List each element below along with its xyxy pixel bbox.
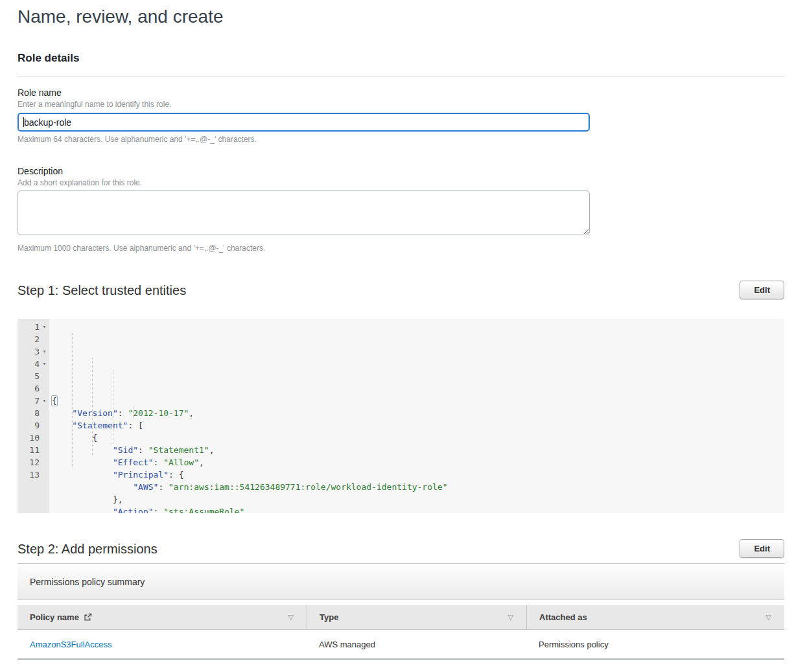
step2-heading: Step 2: Add permissions — [18, 541, 158, 557]
code-line: "Sid": "Statement1", — [52, 444, 784, 456]
line-number: 2 — [34, 333, 40, 345]
json-punctuation: : [ — [128, 421, 143, 430]
external-link-icon — [84, 613, 92, 623]
json-punctuation — [52, 458, 113, 467]
description-description: Add a short explanation for this role. — [18, 178, 784, 188]
code-line: }, — [52, 493, 784, 505]
role-name-input[interactable] — [18, 113, 590, 132]
fold-toggle-icon[interactable]: ▾ — [40, 358, 49, 370]
description-field-group: Description Add a short explanation for … — [18, 166, 784, 253]
permissions-summary-title: Permissions policy summary — [30, 577, 145, 587]
column-header-type[interactable]: Type ▽ — [307, 605, 526, 629]
json-punctuation: : — [138, 445, 148, 455]
editor-code[interactable]: { "Version": "2012-10-17", "Statement": … — [49, 319, 784, 513]
line-number: 1 — [34, 321, 40, 333]
line-number: 4 — [34, 358, 40, 370]
json-key: "Statement" — [72, 421, 128, 430]
code-line: "Version": "2012-10-17", — [52, 407, 784, 419]
gutter-line: 11 — [18, 444, 49, 456]
fold-toggle-icon[interactable]: ▾ — [40, 321, 49, 333]
step1-heading: Step 1: Select trusted entities — [18, 283, 186, 298]
json-string: "Statement1" — [148, 445, 209, 455]
step1-edit-button[interactable]: Edit — [740, 281, 784, 299]
line-number: 9 — [34, 419, 40, 432]
json-string: "sts:AssumeRole" — [163, 507, 244, 513]
json-string: "2012-10-17" — [128, 408, 189, 418]
role-name-constraint: Maximum 64 characters. Use alphanumeric … — [18, 135, 784, 145]
table-row: AmazonS3FullAccess AWS managed Permissio… — [18, 630, 784, 660]
json-punctuation: , — [209, 445, 215, 455]
json-punctuation: }, — [52, 494, 123, 504]
json-punctuation: : — [118, 408, 128, 418]
json-punctuation: : — [154, 507, 164, 513]
fold-toggle-icon[interactable]: ▾ — [40, 395, 49, 407]
code-line: "Principal": { — [52, 469, 784, 481]
line-number: 3 — [34, 345, 40, 358]
permissions-table: Policy name ▽ Type ▽ Attached as — [18, 605, 784, 660]
code-line: "Statement": [ — [52, 419, 784, 432]
step2-edit-button[interactable]: Edit — [740, 539, 784, 558]
code-line: "AWS": "arn:aws:iam::541263489771:role/w… — [52, 481, 784, 493]
column-header-policy-name[interactable]: Policy name ▽ — [18, 605, 307, 629]
gutter-line: 2 — [18, 333, 49, 345]
line-number: 12 — [29, 456, 40, 469]
role-name-description: Enter a meaningful name to identify this… — [18, 100, 784, 110]
editor-gutter: 1▾23▾4▾567▾8910111213 — [18, 319, 49, 513]
policy-link[interactable]: AmazonS3FullAccess — [30, 640, 111, 649]
gutter-line: 6 — [18, 382, 49, 395]
code-line: { — [52, 432, 784, 444]
filter-triangle-icon[interactable]: ▽ — [288, 613, 294, 621]
json-key: "Version" — [72, 408, 117, 418]
policy-type-cell: AWS managed — [307, 640, 526, 649]
json-punctuation — [52, 507, 113, 513]
gutter-line: 3▾ — [18, 345, 49, 358]
json-key: "Sid" — [113, 445, 138, 455]
json-punctuation: : — [158, 482, 169, 492]
policy-attached-cell: Permissions policy — [526, 640, 784, 649]
json-punctuation — [52, 482, 133, 492]
page-title: Name, review, and create — [18, 6, 784, 27]
json-punctuation: : { — [169, 470, 183, 480]
column-label: Policy name — [30, 612, 79, 622]
gutter-line: 4▾ — [18, 358, 49, 370]
line-number: 13 — [29, 469, 40, 481]
json-punctuation: , — [199, 458, 204, 467]
gutter-line: 5 — [18, 370, 49, 382]
filter-triangle-icon[interactable]: ▽ — [508, 613, 513, 621]
json-punctuation: { — [51, 395, 58, 406]
line-number: 6 — [34, 382, 40, 395]
line-number: 5 — [34, 370, 40, 382]
json-punctuation — [52, 445, 113, 455]
step2-header-row: Step 2: Add permissions Edit — [18, 539, 784, 558]
description-constraint: Maximum 1000 characters. Use alphanumeri… — [18, 244, 784, 253]
role-description-textarea[interactable] — [18, 191, 590, 235]
json-punctuation — [52, 421, 72, 430]
json-punctuation — [52, 408, 72, 418]
role-details-heading: Role details — [18, 52, 784, 65]
fold-toggle-icon[interactable]: ▾ — [40, 345, 49, 358]
line-number: 8 — [34, 407, 40, 419]
step1-header-row: Step 1: Select trusted entities Edit — [18, 281, 784, 299]
json-key: "Effect" — [113, 458, 154, 467]
role-name-field-group: Role name Enter a meaningful name to ide… — [18, 87, 784, 145]
line-number: 10 — [29, 432, 40, 444]
column-header-attached-as[interactable]: Attached as ▽ — [526, 605, 784, 629]
filter-triangle-icon[interactable]: ▽ — [766, 613, 771, 621]
gutter-line: 1▾ — [18, 321, 49, 333]
code-line: "Action": "sts:AssumeRole" — [52, 505, 784, 513]
policy-name-cell: AmazonS3FullAccess — [18, 640, 307, 649]
gutter-line: 7▾ — [18, 395, 49, 407]
line-number: 11 — [29, 444, 40, 456]
permissions-summary-header: Permissions policy summary — [18, 564, 784, 600]
section-divider — [18, 76, 784, 76]
policy-editor[interactable]: 1▾23▾4▾567▾8910111213 { "Version": "2012… — [18, 319, 784, 513]
gutter-line: 10 — [18, 432, 49, 444]
json-key: "Action" — [113, 507, 154, 513]
json-string: "arn:aws:iam::541263489771:role/workload… — [169, 482, 447, 492]
role-name-input-wrap — [18, 113, 590, 132]
json-key: "Principal" — [113, 470, 169, 480]
json-punctuation: : — [154, 458, 164, 467]
column-label: Type — [320, 612, 338, 622]
json-punctuation: { — [52, 433, 97, 443]
role-name-label: Role name — [18, 87, 784, 98]
